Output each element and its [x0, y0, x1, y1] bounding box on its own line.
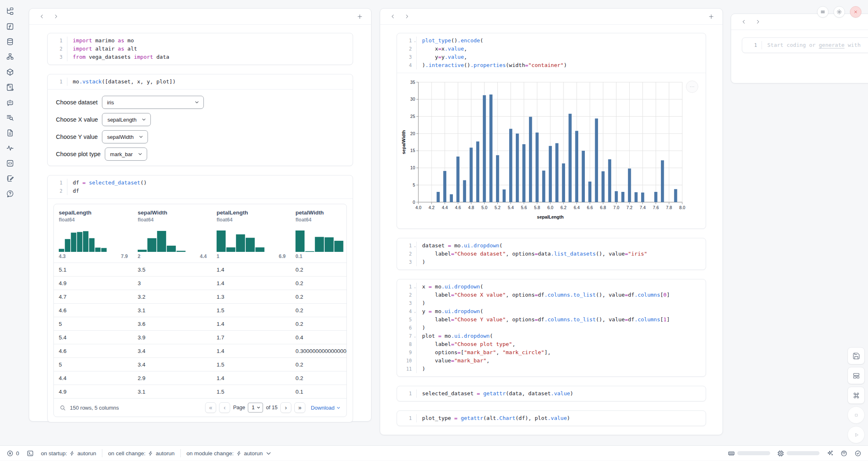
add-column-button[interactable]: [705, 11, 717, 22]
memory-usage[interactable]: [728, 450, 770, 457]
page-select[interactable]: 1: [248, 403, 263, 413]
table-row[interactable]: 4.93.11.50.1setosa: [54, 385, 346, 399]
save-notebook-button[interactable]: [847, 347, 865, 364]
code-line[interactable]: 1selected_dataset = getattr(data, datase…: [397, 390, 706, 398]
stop-kernel-button[interactable]: [847, 406, 865, 424]
code-placeholder[interactable]: Start coding or generate with: [762, 41, 861, 49]
column-header[interactable]: petalLengthfloat6416.9: [212, 204, 291, 263]
table-row[interactable]: 5.43.91.70.4setosa: [54, 331, 346, 344]
next-page-button[interactable]: ›: [280, 402, 291, 413]
table-row[interactable]: 4.63.41.40.30000000000000004setosa: [54, 344, 346, 358]
code-line[interactable]: 1import marimo as mo: [48, 37, 353, 45]
code-line[interactable]: 2df: [48, 187, 353, 195]
prev-page-button[interactable]: ‹: [219, 402, 230, 413]
scroll-right-button[interactable]: [400, 11, 414, 22]
sidebar-outline-button[interactable]: [0, 80, 20, 95]
code-line[interactable]: 1df = selected_dataset(): [48, 179, 353, 187]
sidebar-logs-button[interactable]: [0, 110, 20, 125]
download-button[interactable]: Download: [311, 405, 341, 411]
code-line[interactable]: 10 value="mark_bar",: [397, 357, 706, 365]
scroll-left-button[interactable]: [35, 11, 49, 22]
add-column-button[interactable]: [354, 11, 365, 22]
table-row[interactable]: 4.63.11.50.2setosa: [54, 304, 346, 317]
table-row[interactable]: 53.41.50.2setosa: [54, 358, 346, 371]
code-line[interactable]: 1⌄x = mo.ui.dropdown(: [397, 283, 706, 291]
notebook-menu-button[interactable]: [817, 6, 829, 18]
code-line[interactable]: 2import altair as alt: [48, 45, 353, 53]
code-line[interactable]: 3): [397, 258, 706, 266]
sidebar-documentation-button[interactable]: [0, 125, 20, 141]
code-editor[interactable]: 1mo.vstack([dataset, x, y, plot]): [48, 74, 353, 89]
on-module-change-setting[interactable]: on module change: autorun: [187, 450, 272, 457]
dropdown-select[interactable]: mark_bar: [105, 148, 147, 161]
code-line[interactable]: 2 label="Choose dataset", options=data.l…: [397, 250, 706, 258]
dropdown-select[interactable]: sepalLength: [102, 113, 151, 126]
altair-bar-chart[interactable]: 4.04.24.44.64.85.05.25.45.65.86.06.26.46…: [400, 78, 688, 223]
sidebar-help-button[interactable]: [0, 186, 20, 201]
sidebar-functions-button[interactable]: [0, 19, 20, 34]
scroll-right-button[interactable]: [49, 11, 63, 22]
code-line[interactable]: 4).interactive().properties(width="conta…: [397, 61, 706, 69]
layout-toggle-button[interactable]: [847, 367, 865, 384]
code-line[interactable]: 2 x=x.value,: [397, 45, 706, 53]
terminal-button[interactable]: [27, 450, 34, 457]
column-header[interactable]: sepalLengthfloat644.37.9: [54, 204, 133, 263]
cpu-usage[interactable]: [777, 450, 820, 457]
dropdown-select[interactable]: iris: [102, 96, 204, 109]
code-line[interactable]: 1plot_type = getattr(alt.Chart(df), plot…: [397, 414, 706, 422]
settings-button[interactable]: [833, 6, 845, 18]
code-line[interactable]: 3 y=y.value,: [397, 53, 706, 61]
dropdown-select[interactable]: sepalWidth: [102, 130, 148, 143]
on-cell-change-setting[interactable]: on cell change: autorun: [108, 450, 175, 456]
code-editor[interactable]: 1⌄plot_type().encode(2 x=x.value,3 y=y.v…: [397, 33, 706, 73]
table-row[interactable]: 4.931.40.2setosa: [54, 277, 346, 290]
code-line[interactable]: 1mo.vstack([dataset, x, y, plot]): [48, 78, 353, 86]
scroll-left-button[interactable]: [737, 16, 751, 27]
copilot-status-button[interactable]: [840, 450, 847, 457]
last-page-button[interactable]: »: [294, 402, 305, 413]
table-row[interactable]: 4.73.21.30.2setosa: [54, 290, 346, 304]
column-header[interactable]: sepalWidthfloat6424.4: [133, 204, 212, 263]
error-counter[interactable]: 0: [7, 450, 19, 457]
sidebar-datasources-button[interactable]: [0, 34, 20, 49]
code-line[interactable]: 3): [397, 299, 706, 307]
table-row[interactable]: 53.61.40.2setosa: [54, 317, 346, 331]
sidebar-variables-button[interactable]: [0, 49, 20, 65]
code-line[interactable]: 8 label="Choose plot type",: [397, 340, 706, 348]
connection-status-button[interactable]: [854, 450, 861, 457]
on-startup-setting[interactable]: on startup: autorun: [41, 450, 97, 456]
table-row[interactable]: 4.42.91.40.2setosa: [54, 371, 346, 385]
column-header[interactable]: petalWidthfloat640.12.5: [291, 204, 346, 263]
code-line[interactable]: 4⌄y = mo.ui.dropdown(: [397, 307, 706, 316]
generate-link[interactable]: generate: [819, 42, 845, 48]
code-editor[interactable]: 1import marimo as mo2import altair as al…: [48, 33, 353, 65]
code-editor[interactable]: 1plot_type = getattr(alt.Chart(df), plot…: [397, 411, 706, 426]
scroll-right-button[interactable]: [751, 16, 765, 27]
chart-menu-button[interactable]: [686, 81, 698, 93]
code-editor[interactable]: 1df = selected_dataset()2df: [48, 175, 353, 198]
sidebar-packages-button[interactable]: [0, 65, 20, 80]
code-line[interactable]: 9 options=["mark_bar", "mark_circle"],: [397, 348, 706, 357]
sidebar-ai-chat-button[interactable]: [0, 95, 20, 110]
table-row[interactable]: 5.13.51.40.2setosa: [54, 263, 346, 277]
code-line[interactable]: 2 label="Choose X value", options=df.col…: [397, 291, 706, 299]
ai-assistant-button[interactable]: [826, 450, 833, 457]
code-line[interactable]: 6): [397, 324, 706, 332]
run-all-button[interactable]: [847, 426, 865, 443]
close-panel-button[interactable]: [850, 6, 861, 18]
code-editor[interactable]: 1selected_dataset = getattr(data, datase…: [397, 386, 706, 401]
sidebar-scratchpad-button[interactable]: [0, 171, 20, 186]
command-palette-button[interactable]: [847, 387, 865, 404]
code-editor[interactable]: 1⌄dataset = mo.ui.dropdown(2 label="Choo…: [397, 238, 706, 270]
sidebar-snippets-button[interactable]: [0, 156, 20, 171]
code-line[interactable]: 11): [397, 365, 706, 373]
code-line[interactable]: 1⌄dataset = mo.ui.dropdown(: [397, 242, 706, 250]
scroll-left-button[interactable]: [386, 11, 400, 22]
sidebar-file-explorer-button[interactable]: [0, 4, 20, 19]
code-line[interactable]: 7⌄plot = mo.ui.dropdown(: [397, 332, 706, 340]
table-search-button[interactable]: [60, 405, 66, 411]
code-line[interactable]: 3from vega_datasets import data: [48, 53, 353, 61]
first-page-button[interactable]: «: [205, 402, 216, 413]
code-editor[interactable]: 1⌄x = mo.ui.dropdown(2 label="Choose X v…: [397, 279, 706, 376]
code-line[interactable]: 5 label="Choose Y value", options=df.col…: [397, 316, 706, 324]
